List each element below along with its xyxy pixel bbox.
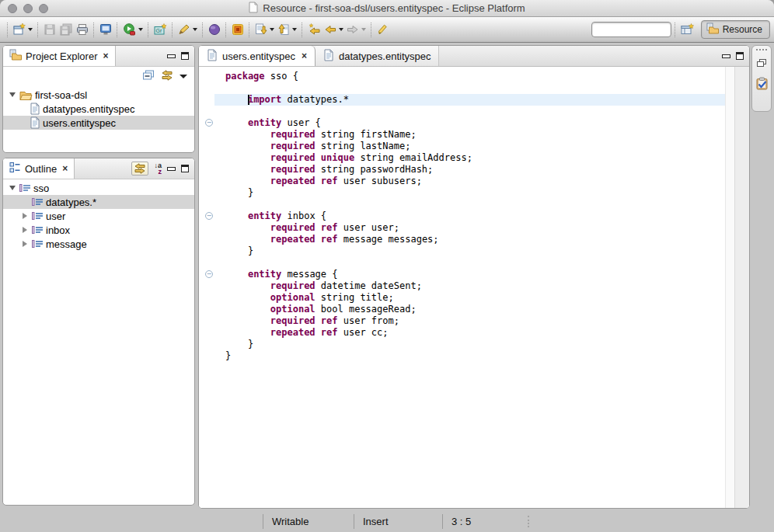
code-line[interactable]: } [199, 339, 725, 350]
code-line-text: repeated ref message messages; [214, 234, 725, 245]
code-line[interactable]: repeated ref message messages; [199, 234, 725, 245]
minimize-view-button[interactable] [167, 167, 176, 171]
code-line[interactable]: required unique string emailAddress; [199, 152, 725, 164]
code-line[interactable]: required string passwordHash; [199, 164, 725, 176]
open-perspective-button[interactable] [679, 20, 696, 39]
statusbar: Writable Insert 3 : 5 [0, 510, 774, 532]
code-line[interactable]: } [199, 187, 725, 199]
sort-button[interactable]: ↓a z [154, 162, 162, 175]
fold-marker-icon[interactable]: − [205, 270, 213, 278]
maximize-editor-button[interactable] [736, 52, 744, 60]
editor-content[interactable]: package sso { import datatypes.*− entity… [199, 67, 749, 508]
code-line[interactable]: required datetime dateSent; [199, 280, 725, 292]
toolbar-separator [675, 23, 676, 37]
pin-marker-button[interactable] [230, 20, 246, 39]
editor-tab[interactable]: users.entityspec× [199, 46, 316, 66]
restore-view-icon[interactable] [757, 57, 766, 71]
code-line[interactable]: } [199, 350, 725, 362]
console-button[interactable] [98, 20, 113, 39]
tab-outline[interactable]: Outline × [3, 158, 75, 179]
code-line[interactable]: } [199, 245, 725, 257]
outline-item[interactable]: sso [3, 181, 194, 195]
resource-perspective-icon [706, 23, 719, 37]
code-line[interactable]: − entity message { [199, 269, 725, 280]
code-line[interactable] [199, 106, 725, 117]
link-with-editor-button[interactable] [161, 70, 173, 84]
close-icon[interactable]: × [302, 50, 307, 61]
link-with-editor-button[interactable] [131, 162, 148, 176]
code-line[interactable] [199, 257, 725, 269]
code-line[interactable]: − entity user { [199, 117, 725, 129]
editor-scrollbar[interactable] [725, 67, 734, 508]
statusbar-drag-handle[interactable] [528, 516, 531, 527]
collapse-all-button[interactable] [142, 70, 155, 84]
toolbar-separator [117, 23, 118, 37]
file-icon [323, 49, 334, 64]
code-line[interactable]: required string lastName; [199, 141, 725, 152]
mark-occurrences-button[interactable] [375, 20, 391, 39]
task-list-icon[interactable] [755, 77, 769, 93]
close-icon[interactable]: × [62, 163, 68, 174]
editor-tab[interactable]: datatypes.entityspec [316, 46, 440, 66]
print-button[interactable] [75, 20, 90, 39]
minimize-view-button[interactable] [167, 54, 176, 58]
save-all-button[interactable] [58, 20, 75, 39]
code-line[interactable]: required ref user from; [199, 315, 725, 327]
fold-ruler [199, 222, 214, 234]
outline-node-icon [32, 224, 44, 235]
tree-item-file[interactable]: datatypes.entityspec [3, 102, 194, 116]
code-line[interactable] [199, 199, 725, 210]
back-button[interactable] [322, 20, 345, 39]
code-line[interactable] [199, 82, 725, 94]
overview-ruler[interactable] [734, 67, 749, 508]
code-line[interactable]: optional string title; [199, 292, 725, 304]
close-window-button[interactable] [8, 4, 17, 13]
tree-item-file[interactable]: users.entityspec [3, 116, 194, 130]
expand-arrow-icon[interactable] [8, 92, 17, 97]
outline-item[interactable]: message [3, 237, 194, 251]
expand-arrow-icon[interactable] [20, 227, 30, 233]
new-spec-wizard-button[interactable]: Gr [152, 20, 169, 39]
code-area[interactable]: package sso { import datatypes.*− entity… [199, 67, 725, 508]
last-edit-location-button[interactable] [306, 20, 322, 39]
close-icon[interactable]: × [103, 50, 108, 61]
forward-button[interactable] [345, 20, 368, 39]
writable-status: Writable [272, 516, 309, 527]
document-icon [249, 2, 258, 16]
minimize-window-button[interactable] [23, 4, 33, 13]
minimize-editor-button[interactable] [722, 54, 730, 58]
code-line[interactable]: required ref user user; [199, 222, 725, 234]
code-line[interactable]: package sso { [199, 71, 725, 82]
expand-arrow-icon[interactable] [20, 213, 30, 219]
expand-arrow-icon[interactable] [20, 241, 30, 247]
outline-item[interactable]: user [3, 209, 194, 223]
fold-marker-icon[interactable]: − [205, 212, 213, 220]
view-menu-button[interactable] [180, 75, 187, 78]
perspective-resource-button[interactable]: Resource [701, 20, 770, 39]
fold-marker-icon[interactable]: − [205, 119, 213, 127]
outline-item[interactable]: inbox [3, 223, 194, 237]
code-line[interactable]: required string firstName; [199, 129, 725, 141]
code-line[interactable]: repeated ref user subusers; [199, 176, 725, 187]
outline-item[interactable]: datatypes.* [3, 195, 194, 209]
code-line-text: repeated ref user cc; [214, 327, 725, 339]
code-line[interactable]: import datatypes.* [199, 94, 725, 106]
run-button[interactable] [121, 20, 145, 39]
next-annotation-button[interactable] [253, 20, 276, 39]
tab-project-explorer[interactable]: Project Explorer × [3, 46, 116, 66]
zoom-window-button[interactable] [39, 4, 48, 13]
tree-item-project[interactable]: first-soa-dsl [3, 88, 194, 102]
expand-arrow-icon[interactable] [8, 186, 17, 190]
annotate-button[interactable] [176, 20, 199, 39]
plugin-sphere-button[interactable] [207, 20, 222, 39]
code-line[interactable]: optional bool messageRead; [199, 304, 725, 315]
code-line[interactable]: repeated ref user cc; [199, 327, 725, 339]
new-wizard-button[interactable] [12, 20, 34, 39]
search-input[interactable] [591, 22, 671, 37]
save-button[interactable] [42, 20, 58, 39]
maximize-view-button[interactable] [181, 52, 189, 60]
drag-handle[interactable] [756, 49, 767, 50]
maximize-view-button[interactable] [181, 165, 189, 172]
previous-annotation-button[interactable] [276, 20, 298, 39]
code-line[interactable]: − entity inbox { [199, 210, 725, 222]
